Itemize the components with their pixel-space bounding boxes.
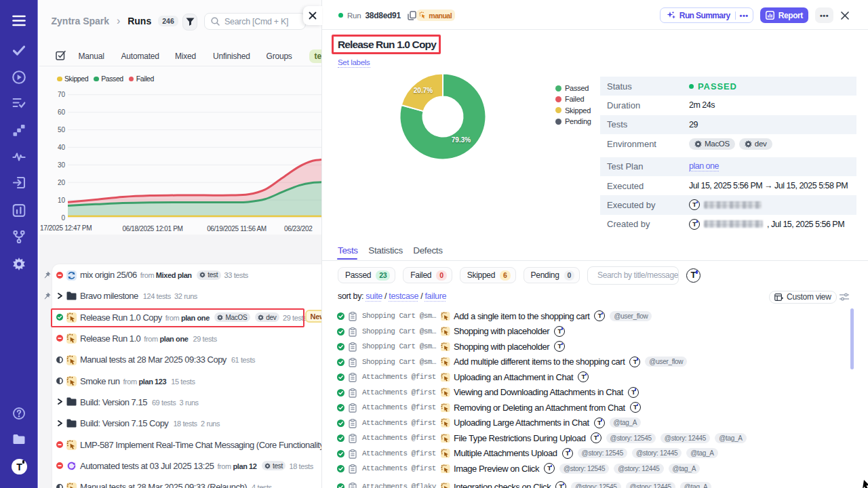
svg-text:60: 60 xyxy=(57,108,65,116)
svg-text:06/18/2025 12:01 PM: 06/18/2025 12:01 PM xyxy=(122,225,182,232)
svg-text:06/23/202: 06/23/202 xyxy=(284,225,313,232)
svg-text:70: 70 xyxy=(57,91,65,98)
svg-text:40: 40 xyxy=(57,144,65,151)
svg-text:06/19/2025 11:56 AM: 06/19/2025 11:56 AM xyxy=(207,225,267,232)
svg-text:30: 30 xyxy=(57,161,65,169)
svg-text:17/2025 12:47 PM: 17/2025 12:47 PM xyxy=(40,224,92,232)
svg-text:10: 10 xyxy=(57,197,65,204)
svg-text:20.7%: 20.7% xyxy=(414,87,433,94)
svg-text:79.3%: 79.3% xyxy=(452,136,471,144)
svg-text:50: 50 xyxy=(57,126,65,134)
svg-text:0: 0 xyxy=(61,214,65,222)
svg-text:20: 20 xyxy=(57,179,65,186)
